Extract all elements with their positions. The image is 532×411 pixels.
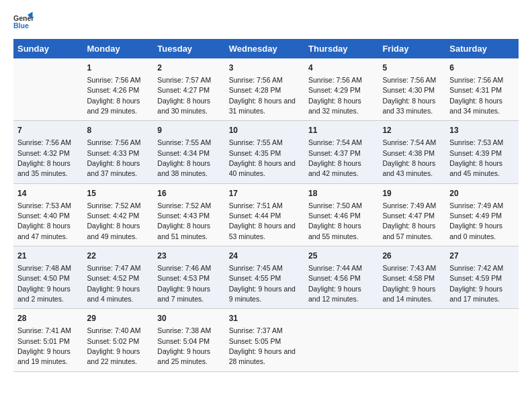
day-cell: 4 Sunrise: 7:56 AM Sunset: 4:29 PM Dayli…	[304, 58, 378, 121]
daylight: Daylight: 9 hours and 0 minutes.	[449, 222, 502, 240]
sunrise: Sunrise: 7:38 AM	[157, 326, 211, 334]
day-number: 14	[17, 188, 79, 199]
col-header-tuesday: Tuesday	[153, 39, 224, 58]
sunset: Sunset: 4:27 PM	[157, 86, 210, 94]
sunrise: Sunrise: 7:42 AM	[449, 264, 503, 272]
day-cell	[378, 309, 445, 371]
daylight: Daylight: 8 hours and 40 minutes.	[229, 159, 296, 177]
week-row-4: 21 Sunrise: 7:48 AM Sunset: 4:50 PM Dayl…	[13, 246, 519, 309]
day-cell: 23 Sunrise: 7:46 AM Sunset: 4:53 PM Dayl…	[153, 246, 224, 309]
sunset: Sunset: 4:39 PM	[449, 149, 502, 157]
col-header-saturday: Saturday	[445, 39, 519, 58]
svg-text:Blue: Blue	[13, 21, 29, 30]
day-number: 5	[382, 62, 441, 74]
day-number: 18	[308, 188, 374, 199]
day-number: 25	[308, 250, 374, 262]
sunset: Sunset: 4:55 PM	[229, 274, 281, 282]
sunset: Sunset: 4:37 PM	[308, 149, 361, 157]
sunrise: Sunrise: 7:56 AM	[229, 76, 283, 84]
day-cell: 27 Sunrise: 7:42 AM Sunset: 4:59 PM Dayl…	[445, 246, 519, 309]
sunrise: Sunrise: 7:52 AM	[87, 201, 141, 210]
day-cell: 2 Sunrise: 7:57 AM Sunset: 4:27 PM Dayli…	[153, 58, 224, 121]
day-number: 23	[157, 250, 220, 262]
sunrise: Sunrise: 7:49 AM	[449, 201, 503, 210]
day-number: 16	[157, 188, 220, 199]
daylight: Daylight: 8 hours and 47 minutes.	[17, 222, 71, 240]
day-number: 27	[449, 250, 515, 262]
daylight: Daylight: 8 hours and 45 minutes.	[449, 159, 502, 177]
day-cell: 15 Sunrise: 7:52 AM Sunset: 4:42 PM Dayl…	[83, 183, 154, 246]
sunrise: Sunrise: 7:53 AM	[449, 138, 503, 146]
sunrise: Sunrise: 7:56 AM	[449, 76, 503, 84]
day-number: 29	[87, 313, 150, 324]
sunrise: Sunrise: 7:56 AM	[382, 76, 436, 84]
day-number: 24	[229, 250, 300, 262]
day-cell: 24 Sunrise: 7:45 AM Sunset: 4:55 PM Dayl…	[225, 246, 304, 309]
sunrise: Sunrise: 7:54 AM	[308, 138, 362, 146]
daylight: Daylight: 9 hours and 12 minutes.	[308, 285, 361, 303]
day-cell	[13, 58, 83, 121]
day-cell: 5 Sunrise: 7:56 AM Sunset: 4:30 PM Dayli…	[378, 58, 445, 121]
sunrise: Sunrise: 7:51 AM	[229, 201, 283, 210]
day-cell: 18 Sunrise: 7:50 AM Sunset: 4:46 PM Dayl…	[304, 183, 378, 246]
daylight: Daylight: 9 hours and 9 minutes.	[229, 285, 296, 303]
day-number: 12	[382, 125, 441, 136]
sunset: Sunset: 5:04 PM	[157, 337, 210, 345]
day-number: 11	[308, 125, 374, 136]
day-cell: 26 Sunrise: 7:43 AM Sunset: 4:58 PM Dayl…	[378, 246, 445, 309]
week-row-5: 28 Sunrise: 7:41 AM Sunset: 5:01 PM Dayl…	[13, 309, 519, 371]
sunset: Sunset: 4:53 PM	[157, 274, 210, 282]
daylight: Daylight: 8 hours and 42 minutes.	[308, 159, 361, 177]
sunrise: Sunrise: 7:41 AM	[17, 326, 71, 334]
sunset: Sunset: 4:44 PM	[229, 212, 281, 220]
daylight: Daylight: 9 hours and 22 minutes.	[87, 347, 140, 365]
sunrise: Sunrise: 7:49 AM	[382, 201, 436, 210]
day-number: 31	[229, 313, 300, 324]
day-number: 8	[87, 125, 150, 136]
daylight: Daylight: 8 hours and 43 minutes.	[382, 159, 435, 177]
daylight: Daylight: 9 hours and 17 minutes.	[449, 285, 502, 303]
day-cell: 9 Sunrise: 7:55 AM Sunset: 4:34 PM Dayli…	[153, 121, 224, 183]
calendar-table: SundayMondayTuesdayWednesdayThursdayFrid…	[13, 39, 519, 372]
day-number: 4	[308, 62, 374, 74]
daylight: Daylight: 8 hours and 37 minutes.	[87, 159, 140, 177]
day-cell: 3 Sunrise: 7:56 AM Sunset: 4:28 PM Dayli…	[225, 58, 304, 121]
day-cell: 19 Sunrise: 7:49 AM Sunset: 4:47 PM Dayl…	[378, 183, 445, 246]
day-cell: 1 Sunrise: 7:56 AM Sunset: 4:26 PM Dayli…	[83, 58, 154, 121]
day-number: 9	[157, 125, 220, 136]
calendar-header: SundayMondayTuesdayWednesdayThursdayFrid…	[13, 39, 519, 58]
sunrise: Sunrise: 7:52 AM	[157, 201, 211, 210]
day-number: 19	[382, 188, 441, 199]
daylight: Daylight: 9 hours and 7 minutes.	[157, 285, 210, 303]
day-number: 28	[17, 313, 79, 324]
daylight: Daylight: 8 hours and 51 minutes.	[157, 222, 210, 240]
sunset: Sunset: 4:29 PM	[308, 86, 361, 94]
day-cell: 17 Sunrise: 7:51 AM Sunset: 4:44 PM Dayl…	[225, 183, 304, 246]
sunset: Sunset: 4:34 PM	[157, 149, 210, 157]
daylight: Daylight: 8 hours and 35 minutes.	[17, 159, 71, 177]
sunrise: Sunrise: 7:46 AM	[157, 264, 211, 272]
sunrise: Sunrise: 7:47 AM	[87, 264, 141, 272]
day-cell: 12 Sunrise: 7:54 AM Sunset: 4:38 PM Dayl…	[378, 121, 445, 183]
sunset: Sunset: 4:32 PM	[17, 149, 70, 157]
day-cell: 7 Sunrise: 7:56 AM Sunset: 4:32 PM Dayli…	[13, 121, 83, 183]
sunset: Sunset: 4:33 PM	[87, 149, 140, 157]
day-cell: 14 Sunrise: 7:53 AM Sunset: 4:40 PM Dayl…	[13, 183, 83, 246]
col-header-monday: Monday	[83, 39, 154, 58]
sunset: Sunset: 5:02 PM	[87, 337, 140, 345]
sunset: Sunset: 4:52 PM	[87, 274, 140, 282]
daylight: Daylight: 9 hours and 19 minutes.	[17, 347, 71, 365]
daylight: Daylight: 9 hours and 25 minutes.	[157, 347, 210, 365]
sunrise: Sunrise: 7:57 AM	[157, 76, 211, 84]
day-number: 7	[17, 125, 79, 136]
daylight: Daylight: 8 hours and 31 minutes.	[229, 97, 296, 115]
sunset: Sunset: 4:58 PM	[382, 274, 435, 282]
sunrise: Sunrise: 7:43 AM	[382, 264, 436, 272]
day-number: 17	[229, 188, 300, 199]
sunrise: Sunrise: 7:37 AM	[229, 326, 283, 334]
sunrise: Sunrise: 7:56 AM	[308, 76, 362, 84]
day-number: 3	[229, 62, 300, 74]
day-number: 10	[229, 125, 300, 136]
day-cell: 13 Sunrise: 7:53 AM Sunset: 4:39 PM Dayl…	[445, 121, 519, 183]
header: General Blue	[13, 11, 519, 31]
